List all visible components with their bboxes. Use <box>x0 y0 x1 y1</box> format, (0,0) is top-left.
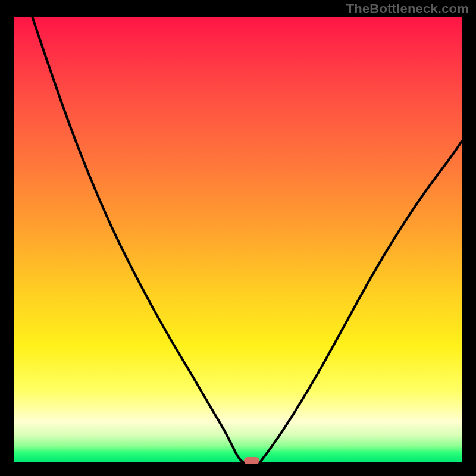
minimum-marker-icon <box>244 457 259 464</box>
bottleneck-curve <box>14 17 462 462</box>
gradient-plot-area <box>14 17 462 462</box>
watermark-text: TheBottleneck.com <box>346 1 469 17</box>
curve-path <box>32 17 462 462</box>
chart-container: TheBottleneck.com <box>0 0 476 476</box>
